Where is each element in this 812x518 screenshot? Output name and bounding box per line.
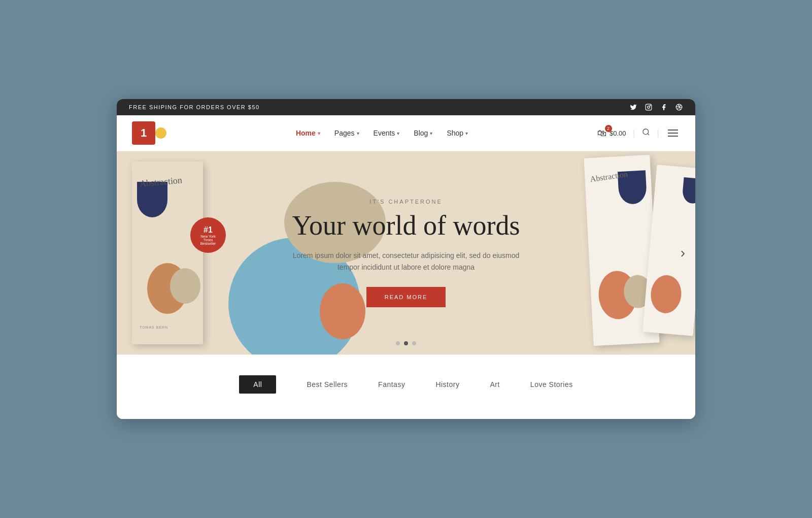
chevron-down-icon: ▾ — [430, 131, 432, 136]
book-shape-tan — [170, 268, 200, 304]
book-author-left: TOMAS BERN — [140, 326, 168, 329]
nav-divider-2: | — [657, 128, 659, 138]
book-right2-shape2 — [649, 274, 683, 314]
svg-rect-0 — [646, 104, 652, 110]
book-left: Abstraction TOMAS BERN #1 New York Times… — [132, 161, 223, 344]
nav-link-home[interactable]: Home ▾ — [296, 129, 320, 137]
cart-price: $0.00 — [610, 130, 626, 137]
hero-subtitle: IT'S CHAPTERONE — [289, 199, 523, 205]
nav-item-events[interactable]: Events ▾ — [374, 129, 400, 137]
cart-button[interactable]: 2 🛍 $0.00 — [597, 128, 626, 139]
svg-point-1 — [648, 106, 650, 109]
hero-description: Lorem ipsum dolor sit amet, consectetur … — [289, 250, 523, 273]
hero-content: IT'S CHAPTERONE Your world of words Lore… — [289, 199, 523, 307]
nav-item-blog[interactable]: Blog ▾ — [414, 129, 432, 137]
book-title-left: Abstraction — [139, 175, 182, 189]
svg-point-4 — [643, 129, 649, 135]
bestseller-badge: #1 New York Times Bestseller — [190, 217, 226, 253]
hamburger-icon[interactable] — [666, 127, 680, 139]
nav-link-shop[interactable]: Shop ▾ — [447, 129, 468, 137]
category-tab-art[interactable]: Art — [490, 376, 499, 393]
chevron-down-icon: ▾ — [397, 131, 399, 136]
slider-dots — [396, 341, 416, 345]
book-right2-shape — [682, 177, 695, 204]
announcement-bar: FREE SHIPING FOR ORDERS OVER $50 — [117, 99, 695, 115]
nav-item-pages[interactable]: Pages ▾ — [334, 129, 359, 137]
category-tab-history[interactable]: History — [435, 376, 459, 393]
cart-badge: 2 — [605, 125, 612, 132]
nav-right: 2 🛍 $0.00 | | — [597, 127, 680, 139]
logo-face-icon — [155, 127, 166, 139]
svg-point-2 — [650, 105, 651, 106]
category-tab-lovestories[interactable]: Love Stories — [530, 376, 573, 393]
hero-cta-button[interactable]: READ MORE — [366, 287, 446, 307]
navbar: 1 Home ▾ Pages ▾ Events ▾ — [117, 115, 695, 151]
announcement-text: FREE SHIPING FOR ORDERS OVER $50 — [129, 104, 260, 110]
instagram-icon[interactable] — [645, 103, 653, 111]
facebook-icon[interactable] — [660, 103, 668, 111]
svg-line-5 — [648, 134, 649, 135]
book-cover-left: Abstraction TOMAS BERN — [132, 161, 203, 344]
chevron-down-icon: ▾ — [318, 131, 320, 136]
slider-dot-1[interactable] — [396, 341, 400, 345]
nav-links: Home ▾ Pages ▾ Events ▾ Blog ▾ — [296, 129, 468, 137]
nav-item-home[interactable]: Home ▾ — [296, 129, 320, 137]
bottom-space — [117, 409, 695, 419]
logo[interactable]: 1 — [132, 121, 166, 145]
browser-window: FREE SHIPING FOR ORDERS OVER $50 — [117, 99, 695, 419]
category-tab-bestsellers[interactable]: Best Sellers — [307, 376, 348, 393]
nav-divider: | — [633, 128, 635, 138]
dribbble-icon[interactable] — [675, 103, 683, 111]
twitter-icon[interactable] — [629, 103, 637, 111]
category-tab-all[interactable]: All — [239, 375, 276, 394]
category-tabs: All Best Sellers Fantasy History Art Lov… — [117, 370, 695, 399]
nav-link-blog[interactable]: Blog ▾ — [414, 129, 432, 137]
nav-link-events[interactable]: Events ▾ — [374, 129, 400, 137]
nav-link-pages[interactable]: Pages ▾ — [334, 129, 359, 137]
category-tab-fantasy[interactable]: Fantasy — [378, 376, 405, 393]
slider-dot-2[interactable] — [404, 341, 408, 345]
hero-title: Your world of words — [289, 211, 523, 241]
chevron-down-icon: ▾ — [357, 131, 359, 136]
logo-icon: 1 — [132, 121, 155, 145]
search-icon[interactable] — [642, 128, 650, 138]
slider-dot-3[interactable] — [412, 341, 416, 345]
slider-next-button[interactable]: › — [681, 245, 685, 261]
social-icons-group — [629, 103, 683, 111]
nav-item-shop[interactable]: Shop ▾ — [447, 129, 468, 137]
category-section: All Best Sellers Fantasy History Art Lov… — [117, 354, 695, 409]
hero-slider: Abstraction TOMAS BERN #1 New York Times… — [117, 151, 695, 354]
chevron-down-icon: ▾ — [465, 131, 468, 136]
